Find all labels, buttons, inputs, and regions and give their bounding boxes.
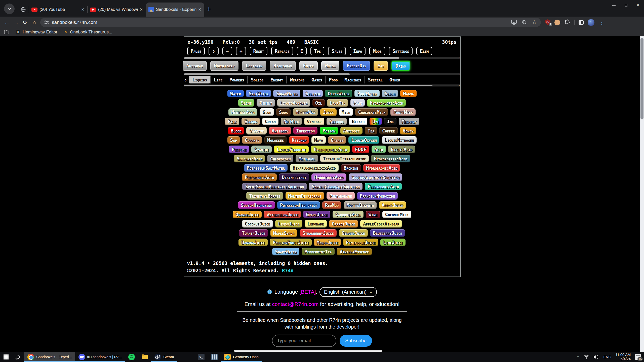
category-tab-energy[interactable]: Energy xyxy=(267,76,287,83)
control-button-pause[interactable]: Pause xyxy=(187,47,205,55)
category-tab-gases[interactable]: Gases xyxy=(308,76,326,83)
element-button-sap[interactable]: Sap xyxy=(227,136,240,144)
element-button-maplesyrup[interactable]: MapleSyrup xyxy=(270,229,298,237)
element-button-sugarwater[interactable]: SugarWater xyxy=(273,90,300,97)
element-button-disinfectant[interactable]: Disinfectant xyxy=(279,173,309,181)
page-vertical-scrollbar[interactable] xyxy=(640,36,644,352)
element-button-chocolatemilk[interactable]: ChocolateMilk xyxy=(355,108,388,116)
tool-button-rightgrav[interactable]: Rightgrav xyxy=(270,61,296,71)
element-button-watermelonjuice[interactable]: WatermelonJuice xyxy=(264,211,301,218)
control-button-step[interactable]: ❯ xyxy=(209,47,218,55)
extensions-puzzle-icon[interactable] xyxy=(564,19,570,25)
ublock-extension-icon[interactable]: uO 2 xyxy=(545,19,550,25)
element-button-juice[interactable]: Juice xyxy=(320,108,337,116)
control-button-settings[interactable]: Settings xyxy=(389,47,413,55)
element-button-antidote[interactable]: Antidote xyxy=(340,127,363,134)
taskbar-app-chrome[interactable]: Sandboxels - Experi... xyxy=(24,352,75,362)
element-button-liquidnitrogen[interactable]: LiquidNitrogen xyxy=(382,136,417,144)
element-button-caramel[interactable]: Caramel xyxy=(242,136,262,144)
element-button-perfume[interactable]: Perfume xyxy=(229,146,249,153)
element-button-methanol[interactable]: Methanol xyxy=(296,155,318,162)
element-button-acid[interactable]: Acid xyxy=(372,146,386,153)
element-button-redmud[interactable]: RedMud xyxy=(322,201,341,209)
element-button-water[interactable]: Water xyxy=(227,90,244,97)
tab-close-icon[interactable]: ✕ xyxy=(139,7,143,12)
control-button-replace[interactable]: Replace xyxy=(271,47,293,55)
element-button-nutmilk[interactable]: NutMilk xyxy=(281,118,302,125)
element-button-poison[interactable]: Poison xyxy=(320,127,338,134)
element-button-eggnog[interactable]: Eggnog xyxy=(242,118,260,125)
element-button-coffee[interactable]: Coffee xyxy=(379,127,398,134)
element-button-limejuice[interactable]: LimeJuice xyxy=(380,239,406,246)
element-button-hexafluorosilicicacid[interactable]: HexafluorosilicicAcid xyxy=(290,164,339,172)
element-button-alcohol[interactable]: Alcohol xyxy=(327,118,347,125)
element-button-dye[interactable]: Dye xyxy=(370,118,382,125)
element-button-vanillaessence[interactable]: VanillaEssence xyxy=(337,248,372,255)
forward-button[interactable]: → xyxy=(12,19,21,25)
taskbar-app-geometry-dash[interactable]: Geometry Dash xyxy=(221,352,262,362)
taskbar-app-discord[interactable]: #□-sandboxels | R7... xyxy=(75,352,125,362)
close-button[interactable]: ✕ xyxy=(632,0,644,11)
element-button-sulfuricacid[interactable]: SulfuricAcid xyxy=(234,155,265,162)
element-button-liquidoxygen[interactable]: LiquidOxygen xyxy=(348,136,379,144)
tool-button-normalgrav[interactable]: Normalgrav xyxy=(210,61,238,71)
extension-icon[interactable] xyxy=(554,20,560,25)
taskbar-app-calculator[interactable] xyxy=(208,352,221,362)
element-button-dirtywater[interactable]: DirtyWater xyxy=(325,90,352,97)
category-tab-machines[interactable]: Machines xyxy=(341,76,364,83)
new-tab-button[interactable]: + xyxy=(207,5,211,13)
r74n-link[interactable]: R74n xyxy=(282,268,294,273)
contact-email-link[interactable]: contact@R74n.com xyxy=(272,301,318,307)
control-button-mods[interactable]: Mods xyxy=(369,47,385,55)
site-settings-icon[interactable] xyxy=(44,20,49,25)
element-button-chloroform[interactable]: Chloroform xyxy=(267,155,293,162)
bookmark-star-icon[interactable]: ☆ xyxy=(532,19,537,26)
element-button-wine[interactable]: Wine xyxy=(366,211,380,218)
element-button-honey[interactable]: Honey xyxy=(400,127,416,134)
element-button-vaccine[interactable]: Vaccine xyxy=(246,127,266,134)
category-tab-partial[interactable]: o xyxy=(184,76,189,83)
element-button-hydrobromicacid[interactable]: HydrobromicAcid xyxy=(363,164,400,172)
element-button-liquidammonia[interactable]: LiquidAmmonia xyxy=(277,99,310,107)
element-button-coconutjuice[interactable]: CoconutJuice xyxy=(242,220,273,228)
clock[interactable]: 11:00 AM 5/4/24 xyxy=(616,353,631,361)
element-button-slime[interactable]: Slime xyxy=(238,99,255,107)
bookmark-onelook[interactable]: ☀ OneLook Thesaurus... xyxy=(64,29,112,35)
zoom-icon[interactable] xyxy=(522,20,527,25)
tool-button-leftgrav[interactable]: Leftgrav xyxy=(242,61,266,71)
element-button-meltedwax[interactable]: MeltedWax xyxy=(293,108,318,116)
profile-avatar[interactable] xyxy=(588,19,594,26)
page-horizontal-scrollbar-thumb[interactable] xyxy=(234,350,382,352)
tool-button-whisk[interactable]: Whisk xyxy=(321,61,340,71)
element-button-grease[interactable]: Grease xyxy=(328,136,346,144)
control-button-saves[interactable]: Saves xyxy=(328,47,346,55)
element-button-hydroastaticacid[interactable]: HydroastaticAcid xyxy=(371,155,410,162)
element-button-pineapplejuice[interactable]: PineappleJuice xyxy=(343,239,378,246)
language-select[interactable]: English (American) ⌄ xyxy=(319,287,377,297)
horizontal-scrollbar[interactable]: › xyxy=(184,57,460,59)
input-language[interactable]: ENG xyxy=(603,355,611,359)
control-button-size-decrease[interactable]: − xyxy=(222,47,232,55)
category-tab-special[interactable]: Special xyxy=(365,76,386,83)
tool-button-freezedry[interactable]: FreezeDry xyxy=(343,61,370,71)
element-button-spentsodiumaluminatesolution[interactable]: SpentSodiumAluminateSolution xyxy=(242,183,307,190)
minimize-button[interactable] xyxy=(608,0,620,11)
volume-icon[interactable] xyxy=(593,355,599,359)
element-button-mayo[interactable]: Mayo xyxy=(311,136,326,144)
horizontal-scrollbar[interactable]: › xyxy=(184,73,460,75)
element-button-titaniumtetrachloride[interactable]: TitaniumTetrachloride xyxy=(320,155,369,162)
taskbar-app-terminal[interactable]: >_ xyxy=(195,352,208,362)
element-button-sodiumaluminatesolution[interactable]: SodiumAluminateSolution xyxy=(349,173,402,181)
element-button-pilk[interactable]: Pilk xyxy=(225,118,239,125)
category-tab-other[interactable]: Other xyxy=(386,76,404,83)
category-tab-solids[interactable]: Solids xyxy=(247,76,267,83)
tab-search-button[interactable] xyxy=(4,4,15,14)
start-button[interactable] xyxy=(0,352,12,362)
element-button-pepperminttea[interactable]: PeppermintTea xyxy=(302,248,335,255)
control-button-size-increase[interactable]: + xyxy=(236,47,246,55)
tray-expand-icon[interactable]: ⌃ xyxy=(577,355,580,359)
scrollbar-thumb[interactable] xyxy=(640,38,643,119)
element-button-slush[interactable]: Slush xyxy=(382,90,398,97)
element-button-poolwater[interactable]: PoolWater xyxy=(354,90,380,97)
element-button-perchloricacid[interactable]: PerchloricAcid xyxy=(242,173,277,181)
